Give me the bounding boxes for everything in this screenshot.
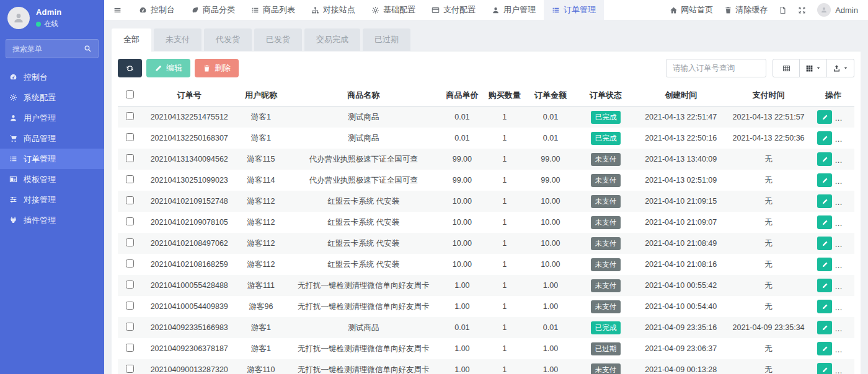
column-header: 操作 [812, 85, 854, 107]
clear-cache-link[interactable]: 清除缓存 [724, 4, 768, 15]
row-checkbox[interactable] [126, 112, 134, 120]
tab-2[interactable]: 代发货 [204, 28, 252, 51]
columns-button[interactable] [800, 59, 827, 77]
row-edit-button[interactable] [817, 110, 832, 124]
row-edit-button[interactable] [817, 131, 832, 145]
column-header: 商品单价 [442, 85, 482, 107]
sidebar-search-input[interactable] [12, 45, 84, 53]
toggle-view-button[interactable] [773, 59, 800, 77]
order-amount: 1.00 [526, 296, 574, 317]
table-row: 202104102108497062游客112红盟云卡系统 代安装10.0011… [118, 233, 854, 254]
tab-all[interactable]: 全部 [112, 28, 151, 51]
nav-item-goods-list[interactable]: 商品列表 [243, 0, 303, 20]
nav-item-order-mgmt[interactable]: 订单管理 [544, 0, 604, 20]
order-number: 202104132250168307 [141, 128, 237, 149]
select-all-checkbox[interactable] [126, 90, 134, 98]
row-edit-button[interactable] [817, 342, 832, 355]
dashboard-icon [9, 73, 24, 81]
tab-1[interactable]: 未支付 [154, 28, 202, 51]
delete-button-label: 删除 [215, 63, 231, 74]
row-actions [812, 128, 854, 149]
order-search-input[interactable] [666, 59, 766, 77]
row-checkbox[interactable] [126, 238, 134, 246]
paid-time: 无 [725, 233, 812, 254]
order-number: 202104100054409839 [141, 296, 237, 317]
order-status-cell: 已完成 [575, 107, 637, 128]
search-icon[interactable] [84, 45, 92, 53]
tab-5[interactable]: 已过期 [363, 28, 410, 51]
row-checkbox[interactable] [126, 154, 134, 162]
nav-item-user-mgmt[interactable]: 用户管理 [484, 0, 544, 20]
sidebar-item-template-mgmt[interactable]: 模板管理 [0, 169, 104, 189]
tab-3[interactable]: 已发货 [254, 28, 302, 51]
nav-item-base-config[interactable]: 基础配置 [363, 0, 423, 20]
sidebar-item-system-config[interactable]: 系统配置 [0, 87, 104, 108]
delete-button[interactable]: 删除 [195, 59, 239, 77]
row-checkbox[interactable] [126, 365, 134, 373]
column-header: 购买数量 [482, 85, 526, 107]
row-edit-button[interactable] [817, 152, 832, 166]
row-edit-button[interactable] [817, 300, 832, 313]
product-name: 无打扰一键检测清理微信单向好友周卡 [285, 296, 442, 317]
nav-item-goods-category[interactable]: 商品分类 [183, 0, 243, 20]
tab-4[interactable]: 交易完成 [304, 28, 360, 51]
row-edit-button[interactable] [817, 321, 832, 334]
row-edit-button[interactable] [817, 215, 832, 229]
row-checkbox[interactable] [126, 259, 134, 267]
row-edit-button[interactable] [817, 237, 832, 250]
export-icon [833, 64, 841, 72]
row-checkbox[interactable] [126, 302, 134, 310]
created-time: 2021-04-13 02:51:09 [637, 170, 725, 191]
order-status-cell: 未支付 [575, 212, 637, 233]
sidebar-item-user-mgmt[interactable]: 用户管理 [0, 108, 104, 128]
sidebar-user-info: Admin 在线 [36, 7, 61, 28]
status-badge: 未支付 [591, 195, 621, 208]
edit-button[interactable]: 编辑 [146, 59, 190, 77]
row-checkbox[interactable] [126, 175, 134, 183]
user-nickname: 游客1 [237, 317, 285, 338]
row-edit-button[interactable] [817, 173, 832, 187]
refresh-button[interactable] [118, 59, 142, 77]
sidebar-item-console[interactable]: 控制台 [0, 67, 104, 87]
row-edit-button[interactable] [817, 279, 832, 292]
navbar-user-menu[interactable]: Admin [817, 3, 858, 17]
row-edit-button[interactable] [817, 363, 832, 374]
user-nickname: 游客1 [237, 128, 285, 149]
home-link[interactable]: 网站首页 [670, 4, 713, 15]
pencil-icon [822, 114, 828, 121]
order-amount: 1.00 [526, 275, 574, 296]
hamburger-menu-icon[interactable] [104, 0, 131, 20]
row-checkbox[interactable] [126, 196, 134, 204]
row-checkbox[interactable] [126, 344, 134, 352]
pencil-icon [822, 261, 828, 268]
row-edit-button[interactable] [817, 194, 832, 208]
quantity: 1 [482, 338, 526, 359]
row-select-cell [118, 170, 141, 191]
table-tool-buttons [773, 59, 854, 77]
online-status-label: 在线 [44, 19, 58, 28]
nav-item-console[interactable]: 控制台 [131, 0, 183, 20]
column-header: 创建时间 [637, 85, 725, 107]
created-time: 2021-04-13 13:40:09 [637, 149, 725, 170]
export-button[interactable] [827, 59, 854, 77]
nav-item-dock-site[interactable]: 对接站点 [303, 0, 363, 20]
column-header: 订单状态 [575, 85, 637, 107]
sidebar-item-plugin-mgmt[interactable]: 插件管理 [0, 210, 104, 230]
sidebar-item-order-mgmt[interactable]: 订单管理 [0, 149, 104, 169]
row-checkbox[interactable] [126, 217, 134, 225]
row-edit-button[interactable] [817, 258, 832, 271]
nav-item-pay-config[interactable]: 支付配置 [423, 0, 484, 20]
table-icon [782, 64, 790, 72]
row-checkbox[interactable] [126, 133, 134, 141]
row-checkbox[interactable] [126, 280, 134, 289]
fullscreen-button[interactable] [798, 6, 806, 14]
row-checkbox[interactable] [126, 323, 134, 331]
paid-time: 无 [725, 296, 812, 317]
order-number: 202104102109078105 [141, 212, 237, 233]
sidebar-item-dock-mgmt[interactable]: 对接管理 [0, 189, 104, 210]
refresh-page-button[interactable] [779, 6, 787, 14]
product-name: 代办营业执照极速下证全国可查 [285, 149, 442, 170]
quantity: 1 [482, 212, 526, 233]
sidebar-user-block: Admin 在线 [0, 0, 104, 34]
sidebar-item-goods-mgmt[interactable]: 商品管理 [0, 128, 104, 149]
